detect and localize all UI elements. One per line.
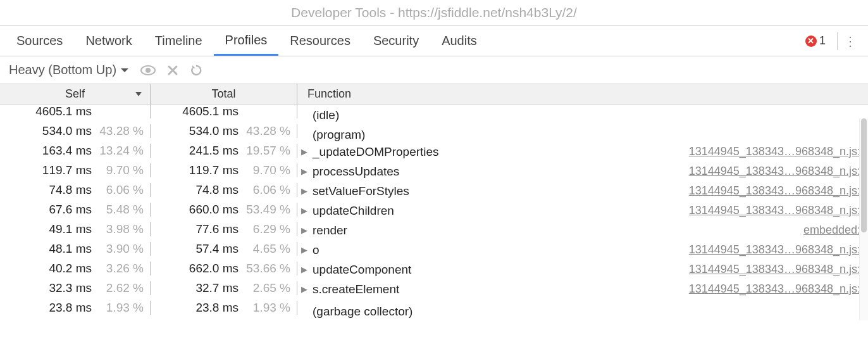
expand-icon[interactable]: ▶: [301, 284, 310, 294]
column-header-total[interactable]: Total: [151, 84, 297, 104]
self-pct: 3.90 %: [96, 242, 144, 256]
cell-self: 40.2 ms3.26 %: [0, 262, 151, 276]
self-ms: 23.8 ms: [49, 301, 92, 315]
source-link[interactable]: 13144945_138343…968348_n.js:: [689, 145, 860, 158]
total-ms: 660.0 ms: [189, 203, 239, 217]
expand-icon[interactable]: ▶: [301, 206, 310, 215]
table-row[interactable]: 67.6 ms5.48 %660.0 ms53.49 %▶updateChild…: [0, 203, 868, 222]
table-row[interactable]: 119.7 ms9.70 %119.7 ms9.70 %▶processUpda…: [0, 163, 868, 183]
error-indicator[interactable]: ✕ 1: [799, 34, 832, 48]
function-name: (program): [313, 128, 365, 142]
cell-self: 163.4 ms13.24 %: [0, 144, 151, 158]
expand-icon[interactable]: ▶: [301, 186, 310, 196]
cell-total: 74.8 ms6.06 %: [151, 183, 297, 197]
table-row[interactable]: 534.0 ms43.28 %534.0 ms43.28 %(program): [0, 124, 868, 144]
table-row[interactable]: 4605.1 ms4605.1 ms(idle): [0, 104, 868, 124]
eye-icon[interactable]: [140, 65, 156, 75]
function-name: _updateDOMProperties: [313, 145, 439, 159]
total-ms: 241.5 ms: [189, 144, 239, 158]
function-name: processUpdates: [313, 165, 399, 179]
cell-total: 662.0 ms53.66 %: [151, 262, 297, 276]
self-ms: 67.6 ms: [49, 203, 92, 217]
tab-resources[interactable]: Resources: [278, 27, 362, 54]
function-name: setValueForStyles: [313, 184, 409, 198]
total-pct: 6.06 %: [242, 183, 290, 197]
column-header-function[interactable]: Function: [297, 84, 868, 104]
self-ms: 40.2 ms: [49, 262, 92, 276]
total-pct: 53.66 %: [242, 262, 290, 276]
close-icon[interactable]: [167, 65, 178, 76]
view-mode-selector[interactable]: Heavy (Bottom Up): [9, 63, 129, 77]
expand-icon[interactable]: ▶: [301, 167, 310, 176]
source-link[interactable]: 13144945_138343…968348_n.js:: [689, 282, 860, 296]
self-pct: 9.70 %: [96, 163, 144, 177]
source-link[interactable]: embedded:: [803, 224, 860, 237]
table-row[interactable]: 163.4 ms13.24 %241.5 ms19.57 %▶_updateDO…: [0, 144, 868, 163]
cell-total: 660.0 ms53.49 %: [151, 203, 297, 217]
table-row[interactable]: 49.1 ms3.98 %77.6 ms6.29 %▶renderembedde…: [0, 222, 868, 242]
function-name: updateChildren: [313, 204, 394, 218]
expand-icon[interactable]: ▶: [301, 265, 310, 274]
scrollbar[interactable]: [859, 118, 868, 320]
tab-security[interactable]: Security: [362, 27, 430, 54]
tab-timeline[interactable]: Timeline: [144, 27, 214, 54]
cell-self: 23.8 ms1.93 %: [0, 301, 151, 315]
total-pct: 9.70 %: [242, 163, 290, 177]
total-pct: 4.65 %: [242, 242, 290, 256]
table-row[interactable]: 48.1 ms3.90 %57.4 ms4.65 %▶o13144945_138…: [0, 242, 868, 262]
expand-icon[interactable]: ▶: [301, 147, 310, 156]
total-ms: 32.7 ms: [195, 281, 239, 295]
cell-function: ▶setValueForStyles13144945_138343…968348…: [297, 184, 868, 198]
column-header-self[interactable]: Self: [0, 84, 151, 104]
total-ms: 23.8 ms: [195, 301, 239, 315]
self-pct: 43.28 %: [96, 124, 144, 138]
source-link[interactable]: 13144945_138343…968348_n.js:: [689, 184, 860, 198]
tab-network[interactable]: Network: [74, 27, 143, 54]
cell-total: 57.4 ms4.65 %: [151, 242, 297, 256]
table-row[interactable]: 23.8 ms1.93 %23.8 ms1.93 %(garbage colle…: [0, 301, 868, 320]
total-ms: 4605.1 ms: [182, 104, 239, 118]
expand-icon[interactable]: ▶: [301, 225, 310, 235]
self-pct: 3.98 %: [96, 222, 144, 236]
cell-self: 4605.1 ms: [0, 104, 151, 118]
function-name: (garbage collector): [313, 305, 412, 319]
table-row[interactable]: 32.3 ms2.62 %32.7 ms2.65 %▶s.createEleme…: [0, 281, 868, 301]
total-ms: 77.6 ms: [195, 222, 239, 236]
self-ms: 48.1 ms: [49, 242, 92, 256]
kebab-menu[interactable]: ⋮: [837, 32, 863, 50]
cell-function: ▶updateChildren13144945_138343…968348_n.…: [297, 204, 868, 218]
tab-audits[interactable]: Audits: [430, 27, 488, 54]
source-link[interactable]: 13144945_138343…968348_n.js:: [689, 204, 860, 217]
table-row[interactable]: 74.8 ms6.06 %74.8 ms6.06 %▶setValueForSt…: [0, 183, 868, 203]
function-name: s.createElement: [313, 282, 399, 296]
expand-icon[interactable]: ▶: [301, 245, 310, 255]
self-ms: 32.3 ms: [49, 281, 92, 295]
table-header: Self Total Function: [0, 84, 868, 104]
refresh-icon[interactable]: [190, 64, 202, 77]
sort-descending-icon: [135, 91, 142, 97]
tab-profiles[interactable]: Profiles: [214, 27, 279, 56]
self-ms: 163.4 ms: [42, 144, 92, 158]
self-ms: 119.7 ms: [42, 163, 92, 177]
cell-function: ▶renderembedded:: [297, 224, 868, 238]
source-link[interactable]: 13144945_138343…968348_n.js:: [689, 243, 860, 256]
total-ms: 57.4 ms: [195, 242, 239, 256]
table-row[interactable]: 40.2 ms3.26 %662.0 ms53.66 %▶updateCompo…: [0, 262, 868, 281]
column-header-self-label: Self: [65, 87, 85, 101]
total-pct: 53.49 %: [242, 203, 290, 217]
cell-self: 49.1 ms3.98 %: [0, 222, 151, 236]
source-link[interactable]: 13144945_138343…968348_n.js:: [689, 165, 860, 178]
total-ms: 662.0 ms: [189, 262, 239, 276]
kebab-icon: ⋮: [844, 34, 857, 49]
total-ms: 119.7 ms: [189, 163, 239, 177]
tab-bar: Sources Network Timeline Profiles Resour…: [0, 26, 868, 56]
source-link[interactable]: 13144945_138343…968348_n.js:: [689, 263, 860, 276]
cell-function: (idle): [297, 108, 868, 122]
tab-sources[interactable]: Sources: [5, 27, 74, 54]
self-ms: 49.1 ms: [49, 222, 92, 236]
cell-function: (program): [297, 128, 868, 142]
scrollbar-thumb[interactable]: [861, 118, 867, 232]
total-pct: 43.28 %: [242, 124, 290, 138]
self-ms: 4605.1 ms: [35, 104, 92, 118]
cell-total: 77.6 ms6.29 %: [151, 222, 297, 236]
